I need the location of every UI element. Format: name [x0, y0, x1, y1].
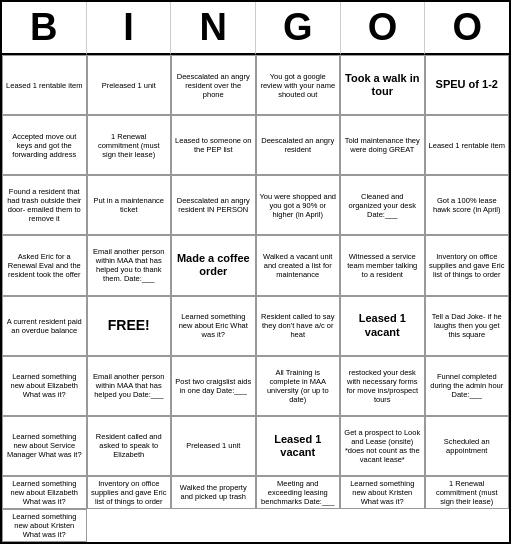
cell-42: Learned something new about Elizabeth Wh… [2, 476, 87, 509]
cell-11: Leased 1 rentable item [425, 115, 510, 175]
cell-22: Witnessed a service team member talking … [340, 235, 425, 295]
cell-1: Preleased 1 unit [87, 55, 172, 115]
cell-40: Get a prospect to Look and Lease (onsite… [340, 416, 425, 476]
cell-33: All Training is complete in MAA universi… [256, 356, 341, 416]
cell-5: SPEU of 1-2 [425, 55, 510, 115]
header-letter-n: N [171, 2, 256, 55]
header-letter-o: O [341, 2, 426, 55]
cell-45: Meeting and exceeding leasing benchmarks… [256, 476, 341, 509]
cell-24: A current resident paid an overdue balan… [2, 296, 87, 356]
cell-25: FREE! [87, 296, 172, 356]
cell-46: Learned something new about Kristen What… [340, 476, 425, 509]
header-letter-o: O [425, 2, 509, 55]
header-letter-i: I [87, 2, 172, 55]
cell-9: Deescalated an angry resident [256, 115, 341, 175]
cell-37: Resident called and asked to speak to El… [87, 416, 172, 476]
bingo-grid: Leased 1 rentable itemPreleased 1 unitDe… [2, 55, 509, 542]
cell-4: Took a walk in tour [340, 55, 425, 115]
cell-44: Walked the property and picked up trash [171, 476, 256, 509]
header-letter-b: B [2, 2, 87, 55]
cell-32: Post two craigslist aids in one day Date… [171, 356, 256, 416]
cell-21: Walked a vacant unit and created a list … [256, 235, 341, 295]
cell-48: Learned something new about Kristen What… [2, 509, 87, 542]
cell-36: Learned something new about Service Mana… [2, 416, 87, 476]
cell-18: Asked Eric for a Renewal Eval and the re… [2, 235, 87, 295]
cell-34: restocked your desk with necessary forms… [340, 356, 425, 416]
cell-41: Scheduled an appointment [425, 416, 510, 476]
cell-23: Inventory on office supplies and gave Er… [425, 235, 510, 295]
bingo-header: BINGOO [2, 2, 509, 55]
cell-7: 1 Renewal commitment (must sign their le… [87, 115, 172, 175]
cell-17: Got a 100% lease hawk score (in April) [425, 175, 510, 235]
cell-16: Cleaned and organized your desk Date:___ [340, 175, 425, 235]
cell-38: Preleased 1 unit [171, 416, 256, 476]
cell-3: You got a google review with your name s… [256, 55, 341, 115]
cell-14: Deescalated an angry resident IN PERSON [171, 175, 256, 235]
cell-31: Email another person within MAA that has… [87, 356, 172, 416]
cell-28: Leased 1 vacant [340, 296, 425, 356]
cell-35: Funnel completed during the admin hour D… [425, 356, 510, 416]
bingo-card: BINGOO Leased 1 rentable itemPreleased 1… [0, 0, 511, 544]
cell-26: Learned something new about Eric What wa… [171, 296, 256, 356]
cell-47: 1 Renewal commitment (must sign their le… [425, 476, 510, 509]
cell-15: You were shopped and you got a 90% or hi… [256, 175, 341, 235]
cell-2: Deescalated an angry resident over the p… [171, 55, 256, 115]
cell-19: Email another person within MAA that has… [87, 235, 172, 295]
cell-30: Learned something new about Elizabeth Wh… [2, 356, 87, 416]
cell-29: Tell a Dad Joke- if he laughs then you g… [425, 296, 510, 356]
cell-6: Accepted move out keys and got the forwa… [2, 115, 87, 175]
cell-43: Inventory on office supplies and gave Er… [87, 476, 172, 509]
header-letter-g: G [256, 2, 341, 55]
cell-20: Made a coffee order [171, 235, 256, 295]
cell-12: Found a resident that had trash outside … [2, 175, 87, 235]
cell-0: Leased 1 rentable item [2, 55, 87, 115]
cell-39: Leased 1 vacant [256, 416, 341, 476]
cell-10: Told maintenance they were doing GREAT [340, 115, 425, 175]
cell-27: Resident called to say they don't have a… [256, 296, 341, 356]
cell-13: Put in a maintenance ticket [87, 175, 172, 235]
cell-8: Leased to someone on the PEP list [171, 115, 256, 175]
